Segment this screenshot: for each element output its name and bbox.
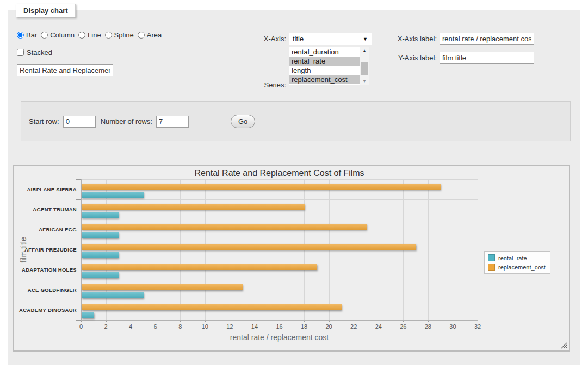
chart-type-radio-group: BarColumnLineSplineArea: [17, 31, 162, 39]
y-axis-line: [81, 179, 82, 320]
x-axis-tick-label: 10: [199, 323, 212, 330]
y-axis-tick: [76, 179, 81, 180]
series-listbox[interactable]: rental_durationrental_ratelengthreplacem…: [289, 47, 369, 85]
chart-title-input[interactable]: [17, 64, 113, 76]
series-option-rental_rate[interactable]: rental_rate: [289, 57, 360, 66]
gridline: [428, 179, 429, 320]
bar-replacement_cost: [82, 264, 317, 270]
stacked-label: Stacked: [27, 48, 52, 57]
gridline: [205, 179, 206, 320]
gridline: [354, 179, 354, 320]
bar-rental_rate: [82, 252, 119, 258]
legend-item-rental_rate[interactable]: rental_rate: [488, 254, 546, 261]
start-row-input[interactable]: [63, 116, 96, 128]
y-axis-tick: [76, 300, 81, 300]
gridline: [403, 179, 404, 320]
resize-handle-icon[interactable]: [561, 342, 567, 349]
gridline: [304, 179, 305, 320]
gridline: [453, 179, 453, 320]
x-axis-title: rental rate / replacement cost: [81, 333, 478, 342]
bar-replacement_cost: [82, 244, 416, 250]
y-axis-tick: [76, 220, 81, 220]
category-label: ACE GOLDFINGER: [14, 287, 77, 293]
scroll-down-icon[interactable]: ▼: [360, 78, 369, 85]
chart-type-radio-bar[interactable]: [17, 32, 24, 39]
chart-type-option-bar: Bar: [17, 31, 37, 39]
gridline: [156, 179, 156, 320]
chart-type-radio-area[interactable]: [138, 32, 145, 39]
gridline: [255, 179, 255, 320]
y-axis-title: film title: [19, 237, 28, 262]
stacked-checkbox[interactable]: [17, 49, 24, 56]
start-row-label: Start row:: [29, 117, 59, 126]
bar-replacement_cost: [82, 184, 441, 190]
gridline: [478, 179, 478, 320]
bar-rental_rate: [82, 212, 119, 218]
gridline: [106, 179, 107, 320]
chart-type-option-column: Column: [41, 31, 75, 39]
stacked-checkbox-row: Stacked: [17, 48, 52, 57]
y-axis-tick: [76, 240, 81, 240]
gridline: [180, 179, 181, 320]
series-option-rental_duration[interactable]: rental_duration: [289, 47, 360, 57]
x-axis-tick-label: 18: [298, 323, 311, 330]
legend-swatch: [488, 264, 495, 271]
category-label: ACADEMY DINOSAUR: [14, 307, 77, 313]
x-axis-tick: [478, 320, 478, 322]
series-scrollbar[interactable]: ▲ ▼: [360, 47, 369, 85]
go-button[interactable]: Go: [231, 115, 255, 128]
bar-rental_rate: [82, 312, 94, 318]
x-axis-label-input[interactable]: [440, 33, 534, 45]
x-axis-tick-label: 20: [323, 323, 336, 330]
num-rows-input[interactable]: [156, 116, 189, 128]
x-axis-tick-label: 0: [75, 323, 88, 330]
chart-legend: rental_ratereplacement_cost: [484, 251, 550, 274]
x-axis-tick-label: 2: [100, 323, 113, 330]
chart-type-radio-line[interactable]: [78, 32, 85, 39]
x-axis-tick-label: 26: [397, 323, 410, 330]
category-label: AFRICAN EGG: [14, 227, 77, 233]
category-label: AGENT TRUMAN: [14, 206, 77, 212]
y-axis-label-label: Y-Axis label:: [389, 54, 437, 62]
bar-replacement_cost: [82, 224, 367, 230]
x-axis-tick-label: 6: [149, 323, 162, 330]
gridline: [81, 280, 478, 280]
chart-type-option-spline: Spline: [105, 31, 134, 39]
chart-title: Rental Rate and Replacement Cost of Film…: [81, 168, 478, 178]
y-axis-tick: [76, 260, 81, 260]
scrollbar-thumb[interactable]: [361, 62, 368, 75]
gridline: [230, 179, 230, 320]
x-axis-label-label: X-Axis label:: [389, 35, 437, 43]
chart-type-radio-column[interactable]: [41, 32, 48, 39]
bar-rental_rate: [82, 292, 144, 298]
gridline: [81, 240, 478, 240]
x-axis-tick-label: 28: [422, 323, 435, 330]
x-axis-tick-label: 12: [223, 323, 236, 330]
series-option-length[interactable]: length: [289, 66, 360, 75]
legend-label: replacement_cost: [498, 264, 546, 271]
gridline: [81, 260, 478, 260]
gridline: [379, 179, 379, 320]
y-axis-tick: [76, 320, 81, 321]
x-axis-select[interactable]: title ▼: [289, 33, 372, 45]
gridline: [81, 179, 478, 180]
x-axis-tick-label: 22: [347, 323, 360, 330]
bar-rental_rate: [82, 192, 144, 198]
num-rows-label: Number of rows:: [101, 117, 152, 126]
display-chart-fieldset: Display chart BarColumnLineSplineArea St…: [8, 10, 580, 365]
series-option-replacement_cost[interactable]: replacement_cost: [289, 75, 360, 84]
chart-type-radio-label: Column: [50, 31, 75, 39]
y-axis-label-input[interactable]: [440, 52, 534, 64]
scroll-up-icon[interactable]: ▲: [360, 47, 369, 54]
chart-type-radio-label: Bar: [26, 31, 37, 39]
x-axis-selected-value: title: [293, 35, 304, 43]
legend-swatch: [488, 254, 495, 261]
gridline: [280, 179, 280, 320]
chart-type-radio-spline[interactable]: [105, 32, 112, 39]
x-axis-tick-label: 30: [446, 323, 459, 330]
x-axis-tick-label: 14: [248, 323, 261, 330]
chart-type-option-area: Area: [138, 31, 162, 39]
x-axis-tick-label: 32: [471, 323, 484, 330]
legend-item-replacement_cost[interactable]: replacement_cost: [488, 264, 546, 271]
category-label: AIRPLANE SIERRA: [14, 186, 77, 192]
